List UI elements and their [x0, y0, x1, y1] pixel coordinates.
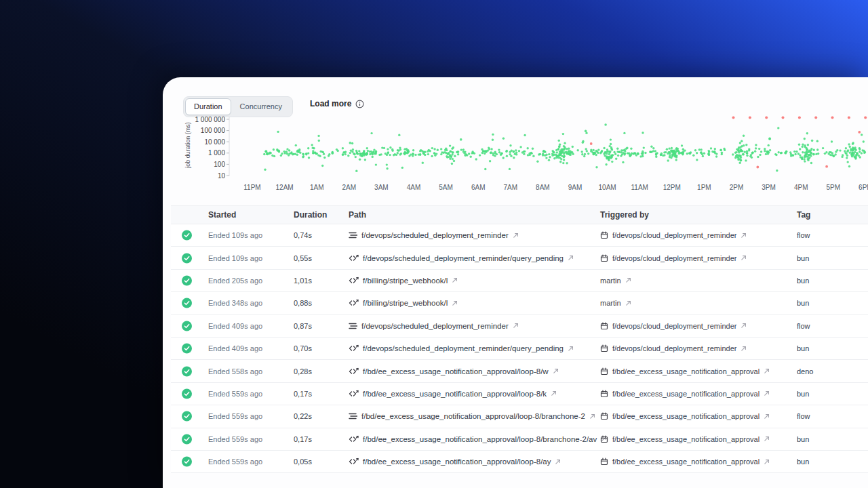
scatter-point[interactable] [440, 148, 442, 150]
scatter-point[interactable] [581, 150, 583, 152]
scatter-point[interactable] [391, 150, 393, 152]
scatter-point[interactable] [849, 152, 851, 154]
scatter-point[interactable] [498, 151, 500, 153]
scatter-point[interactable] [615, 158, 617, 160]
scatter-point[interactable] [616, 150, 618, 152]
scatter-point[interactable] [743, 144, 745, 146]
scatter-point[interactable] [563, 155, 565, 157]
scatter-point[interactable] [628, 152, 630, 155]
scatter-point[interactable] [839, 149, 841, 151]
open-trigger-icon[interactable] [741, 346, 747, 352]
scatter-point[interactable] [612, 154, 614, 156]
scatter-point[interactable] [806, 148, 808, 150]
scatter-point[interactable] [835, 150, 837, 152]
scatter-point[interactable] [361, 155, 363, 157]
scatter-point[interactable] [593, 149, 595, 151]
scatter-point[interactable] [814, 117, 817, 119]
scatter-point[interactable] [655, 156, 657, 158]
scatter-point[interactable] [375, 163, 377, 165]
scatter-point[interactable] [751, 152, 753, 154]
scatter-point[interactable] [509, 144, 511, 146]
scatter-point[interactable] [270, 152, 272, 154]
open-trigger-icon[interactable] [625, 277, 631, 283]
table-row[interactable]: Ended 409s ago 0,70s f/devops/scheduled_… [171, 338, 868, 360]
scatter-point[interactable] [637, 152, 639, 155]
scatter-point[interactable] [822, 147, 824, 149]
scatter-point[interactable] [642, 131, 644, 134]
scatter-point[interactable] [801, 157, 803, 159]
run-path[interactable]: f/devops/scheduled_deployment_reminder [361, 322, 509, 330]
scatter-point[interactable] [652, 147, 654, 149]
scatter-point[interactable] [737, 155, 739, 157]
scatter-point[interactable] [841, 156, 843, 158]
scatter-point[interactable] [587, 152, 589, 155]
scatter-point[interactable] [414, 154, 416, 156]
scatter-point[interactable] [366, 147, 368, 149]
scatter-point[interactable] [806, 152, 808, 154]
table-row[interactable]: Ended 205s ago 1,01s f/billing/stripe_we… [171, 270, 868, 292]
scatter-point[interactable] [328, 155, 330, 157]
scatter-point[interactable] [861, 134, 863, 136]
scatter-point[interactable] [357, 152, 359, 155]
scatter-point[interactable] [700, 152, 702, 154]
scatter-point[interactable] [343, 151, 345, 153]
scatter-point[interactable] [746, 150, 748, 152]
scatter-point[interactable] [674, 152, 676, 155]
scatter-point[interactable] [629, 155, 631, 157]
scatter-point[interactable] [831, 140, 833, 142]
scatter-point[interactable] [739, 162, 741, 164]
scatter-point[interactable] [280, 155, 282, 157]
scatter-point[interactable] [465, 155, 467, 157]
scatter-point[interactable] [692, 155, 694, 157]
scatter-point[interactable] [745, 144, 747, 146]
open-trigger-icon[interactable] [764, 368, 770, 374]
scatter-point[interactable] [468, 152, 470, 155]
scatter-point[interactable] [698, 148, 701, 150]
scatter-point[interactable] [355, 170, 357, 172]
scatter-point[interactable] [302, 155, 304, 157]
scatter-point[interactable] [799, 154, 801, 156]
scatter-point[interactable] [604, 155, 606, 157]
scatter-point[interactable] [798, 117, 801, 119]
scatter-point[interactable] [804, 146, 806, 148]
scatter-point[interactable] [599, 152, 601, 154]
scatter-point[interactable] [585, 130, 587, 133]
scatter-point[interactable] [536, 161, 538, 163]
scatter-point[interactable] [795, 150, 797, 152]
scatter-point[interactable] [660, 154, 662, 156]
scatter-point[interactable] [622, 161, 624, 163]
scatter-point[interactable] [739, 142, 741, 144]
scatter-point[interactable] [674, 155, 676, 157]
scatter-point[interactable] [372, 156, 374, 158]
scatter-point[interactable] [437, 149, 439, 151]
scatter-point[interactable] [810, 148, 812, 150]
scatter-point[interactable] [655, 152, 657, 155]
scatter-point[interactable] [817, 152, 819, 155]
scatter-point[interactable] [681, 144, 683, 146]
scatter-point[interactable] [854, 151, 856, 153]
scatter-point[interactable] [741, 140, 743, 142]
scatter-point[interactable] [424, 154, 426, 156]
scatter-point[interactable] [675, 159, 677, 161]
scatter-point[interactable] [542, 150, 545, 152]
scatter-point[interactable] [611, 161, 613, 163]
scatter-point[interactable] [296, 150, 298, 152]
scatter-point[interactable] [408, 150, 410, 152]
table-row[interactable]: Ended 559s ago 0,22s f/bd/ee_excess_usag… [171, 405, 868, 428]
scatter-point[interactable] [422, 150, 425, 152]
scatter-point[interactable] [412, 149, 414, 151]
scatter-point[interactable] [597, 148, 599, 150]
open-trigger-icon[interactable] [741, 232, 747, 239]
scatter-point[interactable] [389, 146, 391, 148]
scatter-point[interactable] [460, 138, 462, 141]
scatter-point[interactable] [624, 152, 626, 155]
scatter-point[interactable] [427, 153, 429, 155]
scatter-point[interactable] [669, 152, 671, 155]
scatter-point[interactable] [778, 151, 780, 153]
scatter-point[interactable] [509, 168, 511, 170]
scatter-point[interactable] [738, 146, 740, 148]
scatter-point[interactable] [824, 152, 826, 155]
run-path[interactable]: f/devops/scheduled_deployment_reminder [361, 231, 509, 239]
scatter-point[interactable] [748, 149, 750, 151]
scatter-point[interactable] [323, 157, 326, 159]
